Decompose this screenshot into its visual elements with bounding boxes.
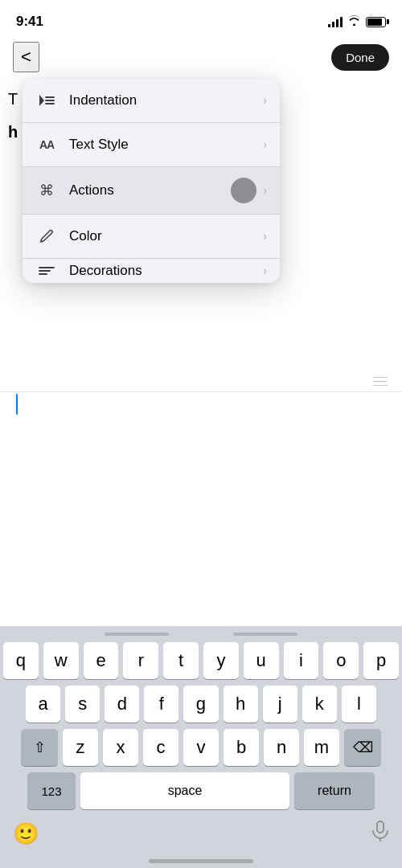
key-x[interactable]: x <box>103 729 138 766</box>
battery-icon <box>366 17 386 27</box>
keyboard-row-1: q w e r t y u i o p <box>3 642 399 679</box>
key-r[interactable]: r <box>123 642 158 679</box>
key-l[interactable]: l <box>342 686 376 723</box>
color-icon <box>35 225 58 248</box>
menu-item-actions[interactable]: ⌘ Actions › <box>23 167 280 215</box>
text-style-chevron: › <box>263 137 267 152</box>
color-chevron: › <box>263 229 267 244</box>
key-z[interactable]: z <box>63 729 98 766</box>
key-y[interactable]: y <box>203 642 239 679</box>
text-cursor <box>16 394 18 415</box>
space-key[interactable]: space <box>80 772 289 809</box>
key-i[interactable]: i <box>284 642 319 679</box>
key-h[interactable]: h <box>224 686 258 723</box>
actions-label: Actions <box>69 182 231 199</box>
key-w[interactable]: w <box>43 642 79 679</box>
keyboard-handle <box>0 626 402 639</box>
status-time: 9:41 <box>16 14 43 30</box>
menu-item-indentation[interactable]: Indentation › <box>23 79 280 123</box>
keyboard-row-2: a s d f g h j k l <box>3 686 399 723</box>
dropdown-menu: Indentation › AA Text Style › ⌘ Actions … <box>23 79 280 283</box>
keyboard-row-3: ⇧ z x c v b n m ⌫ <box>3 729 399 766</box>
home-indicator <box>0 853 402 868</box>
menu-item-color[interactable]: Color › <box>23 215 280 259</box>
key-n[interactable]: n <box>264 729 299 766</box>
text-style-icon: AA <box>35 133 58 156</box>
svg-rect-7 <box>377 821 384 833</box>
key-j[interactable]: j <box>263 686 297 723</box>
decorations-label: Decorations <box>69 263 263 279</box>
indentation-label: Indentation <box>69 92 263 108</box>
key-c[interactable]: c <box>143 729 178 766</box>
key-k[interactable]: k <box>302 686 337 723</box>
editor-char-h: h <box>8 123 18 141</box>
status-bar: 9:41 <box>0 0 402 39</box>
key-v[interactable]: v <box>183 729 219 766</box>
key-u[interactable]: u <box>244 642 279 679</box>
signal-icon <box>328 16 343 27</box>
backspace-key[interactable]: ⌫ <box>344 729 381 766</box>
indentation-icon <box>35 89 58 112</box>
nav-bar: < Done <box>0 39 402 79</box>
editor-line-separator <box>0 391 402 392</box>
color-label: Color <box>69 228 263 244</box>
keyboard-rows: q w e r t y u i o p a s d f g h j k l ⇧ <box>0 639 402 809</box>
keyboard: q w e r t y u i o p a s d f g h j k l ⇧ <box>0 626 402 868</box>
key-s[interactable]: s <box>65 686 100 723</box>
mic-key[interactable] <box>371 821 389 846</box>
editor-area: T h Indentation › AA Text Style › <box>0 79 402 424</box>
key-q[interactable]: q <box>3 642 39 679</box>
key-b[interactable]: b <box>224 729 259 766</box>
return-key[interactable]: return <box>294 772 375 809</box>
svg-marker-0 <box>39 95 44 106</box>
key-e[interactable]: e <box>84 642 119 679</box>
key-f[interactable]: f <box>144 686 178 723</box>
actions-badge <box>231 178 256 203</box>
decorations-chevron: › <box>263 264 267 278</box>
indentation-chevron: › <box>263 93 267 108</box>
editor-char-t: T <box>8 90 18 108</box>
handle-bar-left <box>105 633 169 636</box>
emoji-key[interactable]: 🙂 <box>13 821 39 846</box>
shift-key[interactable]: ⇧ <box>21 729 58 766</box>
key-o[interactable]: o <box>323 642 359 679</box>
num-key[interactable]: 123 <box>27 772 76 809</box>
status-icons <box>328 15 386 28</box>
decorations-icon <box>35 260 58 282</box>
done-button[interactable]: Done <box>331 44 389 71</box>
text-style-label: Text Style <box>69 137 263 153</box>
back-button[interactable]: < <box>13 42 39 72</box>
home-bar <box>149 859 253 863</box>
menu-item-text-style[interactable]: AA Text Style › <box>23 123 280 167</box>
menu-item-decorations[interactable]: Decorations › <box>23 259 280 283</box>
text-cursor-area <box>16 394 18 415</box>
wifi-icon <box>347 15 361 28</box>
hamburger-icon <box>373 377 388 387</box>
keyboard-bottom: 🙂 <box>0 816 402 853</box>
key-d[interactable]: d <box>105 686 139 723</box>
actions-icon: ⌘ <box>35 179 58 202</box>
actions-chevron: › <box>263 183 267 198</box>
key-t[interactable]: t <box>163 642 199 679</box>
handle-bar-right <box>233 633 297 636</box>
key-a[interactable]: a <box>26 686 60 723</box>
keyboard-row-4: 123 space return <box>3 772 399 809</box>
key-p[interactable]: p <box>363 642 399 679</box>
key-m[interactable]: m <box>304 729 339 766</box>
key-g[interactable]: g <box>183 686 218 723</box>
